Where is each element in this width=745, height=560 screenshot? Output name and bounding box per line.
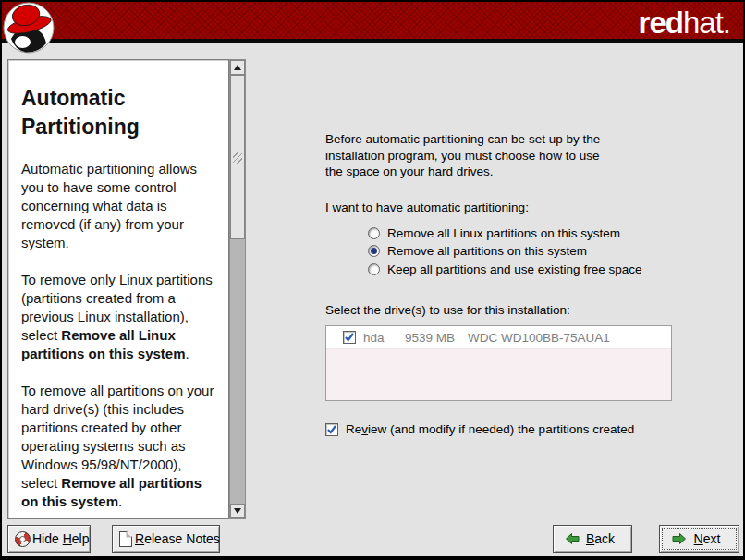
down-arrow-icon [234, 508, 241, 514]
drive-name: hda [363, 331, 405, 345]
review-label-mnemonic: v [361, 422, 368, 436]
partitioning-options: Remove all Linux partitions on this syst… [368, 225, 723, 279]
help-paragraph-3: To remove all partitions on your hard dr… [21, 382, 221, 511]
help-paragraph-2: To remove only Linux partitions (partiti… [21, 271, 221, 363]
next-label: Next [687, 531, 727, 546]
review-checkbox-row[interactable]: Review (and modify if needed) the partit… [325, 422, 723, 436]
back-post: ack [594, 531, 615, 546]
scrollbar-thumb[interactable] [230, 75, 245, 239]
review-checkbox[interactable] [325, 423, 338, 436]
help-scrollbar[interactable] [229, 59, 246, 519]
next-post: ext [703, 531, 721, 546]
scrollbar-up-button[interactable] [230, 60, 245, 75]
radio-button-selected[interactable] [368, 245, 380, 257]
drive-row-hda[interactable]: hda 9539 MB WDC WD100BB-75AUA1 [326, 326, 671, 349]
wordmark-red: red [639, 6, 683, 40]
release-notes-button[interactable]: Release Notes [112, 525, 220, 553]
check-icon [326, 424, 337, 435]
release-notes-post: elease Notes [144, 531, 220, 546]
drive-size: 9539 MB [405, 331, 468, 345]
intro-text: Before automatic partitioning can be set… [325, 131, 723, 180]
radio-label: Keep all partitions and use existing fre… [387, 262, 641, 276]
thumb-grip-icon [233, 152, 242, 164]
drive-checkbox[interactable] [343, 331, 356, 344]
hide-help-mnemonic: H [63, 531, 72, 546]
help-p2-post: . [186, 346, 189, 361]
intro-line: installation program, you must choose ho… [325, 148, 723, 164]
wordmark-hat: hat [683, 6, 723, 40]
back-button[interactable]: Back [553, 525, 632, 553]
hide-help-button[interactable]: Hide Help [7, 525, 91, 553]
drives-label: Select the drive(s) to use for this inst… [325, 303, 723, 317]
content-area: Before automatic partitioning can be set… [325, 131, 723, 436]
intro-line: the space on your hard drives. [325, 164, 723, 180]
intro-line: Before automatic partitioning can be set… [325, 131, 723, 148]
radio-label: Remove all partitions on this system [387, 244, 587, 258]
release-notes-label: Release Notes [135, 531, 220, 546]
hide-help-label: Hide Help [32, 531, 90, 546]
wordmark-period: . [723, 6, 730, 40]
review-label: Review (and modify if needed) the partit… [346, 422, 634, 436]
redhat-wordmark: redhat. [639, 6, 730, 41]
next-arrow-icon [671, 531, 687, 546]
drive-list: hda 9539 MB WDC WD100BB-75AUA1 [325, 325, 672, 401]
radio-option-keep-all[interactable]: Keep all partitions and use existing fre… [368, 261, 723, 279]
header-banner [2, 2, 743, 43]
redhat-shadowman-logo [3, 2, 55, 54]
check-icon [344, 332, 355, 343]
back-arrow-icon [565, 531, 580, 546]
help-title: Automatic Partitioning [21, 84, 221, 141]
back-mnemonic: B [586, 531, 594, 546]
radio-option-remove-linux[interactable]: Remove all Linux partitions on this syst… [368, 225, 723, 243]
next-button[interactable]: Next [659, 525, 739, 553]
back-label: Back [580, 531, 620, 546]
partitioning-question-label: I want to have automatic partitioning: [325, 200, 723, 215]
radio-button[interactable] [368, 263, 380, 275]
help-paragraph-1: Automatic partitioning allows you to hav… [21, 160, 221, 252]
hide-help-pre: Hide [32, 531, 63, 546]
life-ring-icon [15, 531, 31, 547]
help-text-area: Automatic Partitioning Automatic partiti… [7, 59, 229, 519]
installer-window: redhat. Automatic Partitioning Automatic… [2, 2, 743, 556]
document-icon [119, 531, 132, 547]
help-p1-text: Automatic partitioning allows you to hav… [21, 161, 197, 250]
radio-button[interactable] [368, 227, 380, 239]
review-label-post: iew (and modify if needed) the partition… [368, 422, 634, 436]
next-mnemonic: N [694, 531, 703, 546]
radio-label: Remove all Linux partitions on this syst… [387, 226, 620, 240]
release-notes-mnemonic: R [135, 531, 144, 546]
drive-model: WDC WD100BB-75AUA1 [468, 331, 610, 345]
review-label-pre: Re [346, 422, 361, 436]
radio-option-remove-all[interactable]: Remove all partitions on this system [368, 242, 723, 261]
up-arrow-icon [234, 65, 241, 70]
help-p3-post: . [118, 493, 122, 509]
help-panel: Automatic Partitioning Automatic partiti… [7, 59, 246, 519]
hide-help-post: elp [72, 531, 90, 546]
scrollbar-down-button[interactable] [230, 504, 245, 518]
